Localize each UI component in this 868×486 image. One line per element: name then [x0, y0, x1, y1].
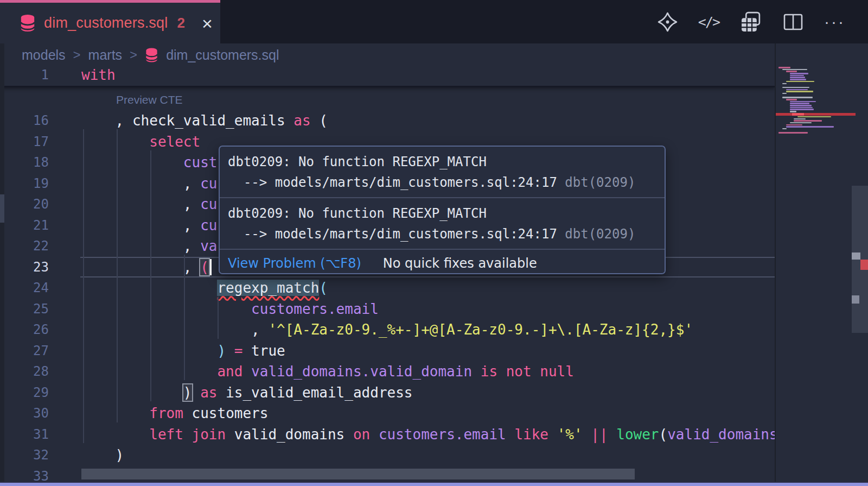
overview-ruler-mark [852, 295, 859, 304]
code-token: and [217, 363, 242, 380]
minimap-line [782, 83, 787, 85]
left-panel-edge [0, 43, 4, 486]
code-token: = [234, 343, 243, 359]
line-content[interactable]: , cu [81, 173, 217, 194]
line-content[interactable]: , ( [81, 257, 212, 278]
line-content[interactable]: from customers [81, 403, 268, 424]
code-token: valid_domains.valid_domain [251, 363, 472, 380]
line-content[interactable]: , check_valid_emails as ( [81, 110, 328, 131]
code-token: regexp_match [217, 280, 319, 296]
close-icon[interactable]: × [202, 14, 213, 33]
line-content[interactable]: regexp_match( [81, 277, 328, 299]
minimap-line [790, 77, 805, 78]
code-token [583, 426, 591, 443]
code-line-16[interactable]: 16 , check_valid_emails as ( [0, 110, 775, 131]
code-token: || [591, 426, 608, 443]
breadcrumb-item-models[interactable]: models [22, 47, 66, 63]
indent-guide [218, 296, 219, 339]
code-token [370, 426, 379, 443]
minimap-line [790, 122, 812, 124]
left-panel-scrollbar[interactable] [0, 194, 4, 223]
line-content[interactable]: , cu [81, 215, 217, 236]
chevron-right-icon: > [73, 47, 81, 62]
code-token [548, 426, 557, 443]
code-token: on [353, 426, 370, 443]
code-token: is not null [481, 363, 574, 380]
minimap-line [790, 111, 796, 112]
more-actions-icon[interactable]: ··· [824, 18, 845, 25]
minimap-line [778, 132, 808, 134]
code-token [81, 134, 149, 150]
diagnostic-message: dbt0209: No function REGEXP_MATCH --> mo… [220, 198, 665, 249]
tab-label: dim_customers.sql [44, 15, 168, 31]
code-token: like [514, 426, 548, 443]
line-number: 18 [0, 152, 49, 173]
code-token: ) [217, 343, 226, 359]
chevron-right-icon: > [130, 47, 137, 62]
code-token [226, 343, 234, 359]
code-token: left join [149, 426, 226, 443]
dbt-logo-icon[interactable] [658, 12, 678, 32]
indent-guide [184, 255, 185, 380]
code-token [81, 154, 183, 171]
line-content[interactable]: , va [81, 236, 217, 257]
line-content[interactable]: ) = true [81, 340, 285, 362]
line-number: 23 [0, 257, 49, 278]
minimap-line [778, 67, 790, 68]
minimap-line [790, 79, 806, 80]
line-content[interactable]: cust [81, 152, 217, 173]
text-cursor [210, 259, 212, 275]
breadcrumb-item-marts[interactable]: marts [88, 47, 123, 63]
sticky-scroll-line[interactable]: 1 with [0, 66, 775, 87]
code-token: true [242, 343, 285, 359]
tab-dim-customers[interactable]: dim_customers.sql 2 × [0, 0, 220, 43]
code-token: cust [183, 154, 218, 171]
line-content[interactable]: left join valid_domains on customers.ema… [81, 424, 775, 445]
line-content[interactable]: ) as is_valid_email_address [81, 382, 413, 403]
line-number: 17 [0, 131, 49, 153]
line-content[interactable]: customers.email [81, 299, 379, 320]
popup-footer: View Problem (⌥F8) No quick fixes availa… [220, 249, 665, 274]
split-editor-icon[interactable] [783, 11, 803, 32]
minimap-thumbnail [778, 67, 865, 134]
line-content[interactable]: and valid_domains.valid_domain is not nu… [81, 361, 574, 382]
line-number: 1 [0, 66, 49, 86]
codelens-preview-cte[interactable]: Preview CTE [0, 87, 775, 110]
code-icon[interactable]: </> [698, 14, 719, 30]
code-token: customers.email [251, 301, 379, 317]
line-content[interactable]: ) [81, 445, 124, 466]
minimap-line [790, 73, 808, 74]
breadcrumb-item-file[interactable]: dim_customers.sql [166, 47, 279, 63]
code-line-31[interactable]: 31 left join valid_domains on customers.… [0, 424, 775, 445]
line-number: 31 [0, 424, 49, 445]
code-token: customers.email [379, 426, 506, 443]
preview-table-icon[interactable] [740, 11, 762, 33]
code-token: cu [200, 217, 217, 233]
breadcrumb: models > marts > dim_customers.sql [0, 43, 796, 66]
code-token: , [81, 238, 200, 254]
minimap-line [790, 107, 813, 109]
code-token: lower [616, 426, 659, 443]
minimap-line [790, 101, 816, 103]
code-editor[interactable]: 1 with Preview CTE 16 , check_valid_emai… [0, 66, 775, 486]
minimap-line [786, 99, 797, 100]
code-token [472, 363, 481, 380]
line-content[interactable]: , cu [81, 194, 217, 215]
line-number: 27 [0, 340, 49, 362]
minimap-line [797, 116, 831, 118]
code-token [81, 280, 217, 296]
line-number: 24 [0, 277, 49, 299]
code-token: '%' [557, 426, 583, 443]
horizontal-scrollbar[interactable] [81, 469, 635, 479]
line-content[interactable]: , '^[A-Za-z0-9._%+-]+@[A-Za-z0-9.-]+\.[A… [81, 319, 693, 340]
overview-ruler-mark [852, 253, 860, 260]
code-token [608, 426, 617, 443]
view-problem-link[interactable]: View Problem (⌥F8) [228, 256, 361, 271]
indent-guide [150, 150, 151, 401]
code-token: , [81, 217, 200, 233]
line-content[interactable]: select [81, 131, 200, 153]
code-token [506, 426, 515, 443]
code-line-32[interactable]: 32 ) [0, 445, 775, 466]
minimap-error-line [776, 113, 856, 116]
minimap[interactable] [775, 43, 868, 486]
